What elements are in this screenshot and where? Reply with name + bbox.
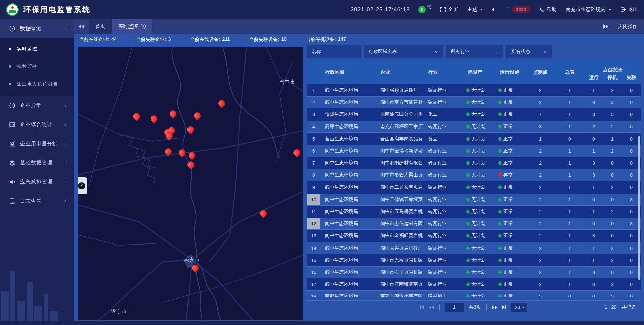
help-button[interactable]: 帮助: [539, 6, 557, 13]
column-header-治污设施: 治污设施: [495, 60, 526, 84]
limit-status-cell: 无计划: [463, 157, 495, 169]
table-row[interactable]: 16阆中生态环境局阆中市石子页岩机砖厂砖瓦行业无计划正常21300: [307, 266, 641, 278]
limit-status-cell: 无计划: [463, 218, 495, 229]
sidebar-section-数据监测[interactable]: 数据监测: [0, 19, 74, 38]
sidebar-section-基础数据管理[interactable]: 基础数据管理: [0, 153, 74, 172]
meter-total-cell: 1: [555, 157, 584, 169]
row-index-cell: 18: [307, 291, 320, 297]
region-cell: 阆中生态环境局: [320, 84, 376, 96]
tab-home[interactable]: 首页: [89, 19, 112, 34]
limit-status-cell: 无计划: [463, 267, 495, 278]
status-dot-icon: [466, 100, 470, 104]
stopped-cell: 2: [603, 242, 622, 254]
page-size-select[interactable]: 20: [511, 303, 527, 312]
sidebar-item-视频监控[interactable]: 视频监控: [0, 58, 74, 75]
tabs-scroll-right-button[interactable]: [603, 24, 608, 29]
first-page-button[interactable]: [420, 305, 424, 309]
sidebar-item-企业电力负荷明细[interactable]: 企业电力负荷明细: [0, 75, 74, 93]
map-panel[interactable]: 巴中市南充市遂宁市: [78, 47, 303, 320]
last-page-button[interactable]: [502, 305, 506, 309]
tabs-scroll-left-button[interactable]: [74, 19, 89, 34]
industry-cell: 砖瓦行业: [423, 206, 463, 218]
notifications-button[interactable]: 2632: [505, 6, 531, 13]
org-menu-button[interactable]: 南充市生态环境局: [566, 6, 611, 13]
table-row[interactable]: 10阆中生态环境局阆中千佛镇五郎垭页岩砖瓦行业无计划正常21003: [307, 194, 641, 206]
prev-page-button[interactable]: [429, 305, 434, 309]
limit-status-cell: 无计划: [463, 133, 495, 145]
region-cell: 南部生态环境局: [320, 291, 376, 297]
facility-status-cell: 正常: [495, 230, 526, 242]
table-body: 1阆中生态环境局阆中强锐页岩砖厂砖瓦行业无计划正常211202阆中生态环境局阆中…: [307, 84, 641, 297]
meter-total-cell: 1: [555, 267, 584, 278]
close-operations-button[interactable]: 关闭操作: [618, 23, 637, 30]
stopped-cell: 2: [603, 84, 622, 96]
offline-cell: 0: [622, 291, 641, 297]
volume-button[interactable]: [491, 7, 496, 12]
table-row[interactable]: 12阆中生态环境局阆中市忠信建材有限公砖瓦行业无计划正常21003: [307, 218, 641, 230]
company-cell: 阆中强锐页岩砖厂: [376, 84, 423, 96]
bullet-dot-icon: [9, 48, 11, 50]
help-label: 帮助: [547, 6, 557, 13]
sidebar-section-日志查看[interactable]: 日志查看: [0, 192, 74, 211]
monitor-points-cell: 2: [526, 230, 555, 242]
facility-status-cell: 正常: [495, 157, 526, 169]
table-row[interactable]: 4高坪生态环境局南充市高坪区王家店建砖瓦行业无计划正常31220: [307, 121, 641, 133]
facility-status-cell: 异常: [495, 169, 526, 181]
status-dot-icon: [466, 294, 470, 297]
table-row[interactable]: 15阆中生态环境局阆中市光富页岩机砖厂砖瓦行业无计划正常21120: [307, 254, 641, 266]
status-dot-icon: [466, 125, 470, 129]
stat-value: 211: [222, 36, 230, 43]
theme-button[interactable]: 主题: [467, 6, 483, 13]
column-header-行业: 行业: [423, 60, 463, 84]
sidebar-section-企业异常[interactable]: 企业异常: [0, 96, 74, 115]
table-row[interactable]: 8阆中生态环境局阆中市枣碧大梁山页岩砖瓦行业无计划异常21300: [307, 169, 641, 181]
fullscreen-button[interactable]: 全屏: [440, 6, 458, 13]
chevron-left-icon: [64, 123, 68, 126]
sidebar: 数据监测实时监控视频监控企业电力负荷明细企业异常企业综合统计企业用电量分析基础数…: [0, 19, 74, 321]
table-row[interactable]: 6阆中生态环境局阆中市金博瑞新型墙材砖瓦行业无计划正常21120: [307, 145, 641, 157]
table-row[interactable]: 5营山生态环境局营山县润丰肉食品有限食品无计划正常10010: [307, 133, 641, 145]
table-row[interactable]: 17阆中生态环境局阆中市江南镇阆南页岩砖瓦行业无计划正常21030: [307, 278, 641, 290]
page-number-input[interactable]: 1: [445, 303, 464, 312]
logout-button[interactable]: 退出: [620, 6, 638, 13]
sidebar-section-企业综合统计[interactable]: 企业综合统计: [0, 115, 74, 134]
table-row[interactable]: 14阆中生态环境局阆中大兴页岩机砖厂砖瓦行业无计划正常21120: [307, 242, 641, 254]
sidebar-section-应急减排管理[interactable]: 应急减排管理: [0, 172, 74, 192]
region-cell: 高坪生态环境局: [320, 121, 376, 132]
table-row[interactable]: 9阆中生态环境局阆中市二龙长宝页岩砖砖瓦行业无计划正常21120: [307, 181, 641, 194]
map-collapse-button[interactable]: [78, 177, 87, 194]
next-page-button[interactable]: [492, 305, 497, 309]
sidebar-item-实时监控[interactable]: 实时监控: [0, 40, 74, 58]
phone-icon: [539, 7, 544, 12]
table-row[interactable]: 13阆中生态环境局阆中市金福旺页岩机砖砖瓦行业无计划正常21300: [307, 230, 641, 242]
meter-total-cell: 1: [555, 121, 584, 132]
tab-realtime-monitor[interactable]: 实时监控 ✕: [112, 19, 152, 34]
table-row[interactable]: 3仪陇生态环境局西南油气田分公司川中化工无计划正常71350: [307, 108, 641, 120]
name-search-input[interactable]: 名称: [307, 45, 361, 58]
status-dot-icon: [498, 125, 502, 129]
region-select[interactable]: 行政区域名称: [364, 45, 443, 58]
offline-cell: 0: [622, 230, 641, 242]
table-scrollbar[interactable]: [638, 136, 640, 280]
table-header: 行政区域企业行业停限产治污设施监测点总表点位状态运行停机失联: [307, 60, 641, 84]
row-index-cell: 7: [307, 157, 320, 169]
table-row[interactable]: 1阆中生态环境局阆中强锐页岩砖厂砖瓦行业无计划正常21120: [307, 84, 641, 96]
meter-total-cell: 1: [555, 145, 584, 157]
column-header-停限产: 停限产: [463, 60, 495, 84]
stat-label: 当前失联设备:: [249, 36, 279, 43]
tab-close-icon[interactable]: ✕: [141, 24, 146, 29]
table-row[interactable]: 18南部生态环境局南部县砌体小河有限公建材加工无计划正常50050: [307, 290, 641, 297]
limit-status-cell: 无计划: [463, 206, 495, 218]
sidebar-section-企业用电量分析[interactable]: 企业用电量分析: [0, 134, 74, 153]
stopped-cell: 2: [603, 254, 622, 266]
table-row[interactable]: 2阆中生态环境局阆中市南方节能建材有砖瓦行业无计划正常21030: [307, 96, 641, 108]
table-row[interactable]: 7阆中生态环境局阆中明阳建材有限公司砖瓦行业无计划正常21300: [307, 157, 641, 169]
status-dot-icon: [466, 185, 470, 189]
status-select[interactable]: 所有状态: [506, 45, 552, 58]
company-cell: 营山县润丰肉食品有限: [376, 133, 423, 145]
table-row[interactable]: 11阆中生态环境局阆中市五马桥页岩机砖砖瓦行业无计划正常21120: [307, 206, 641, 218]
map-roads: [78, 47, 303, 320]
industry-select[interactable]: 所有行业: [446, 45, 503, 58]
total-pages-label: 共3页: [469, 304, 481, 310]
limit-status-cell: 无计划: [463, 108, 495, 120]
